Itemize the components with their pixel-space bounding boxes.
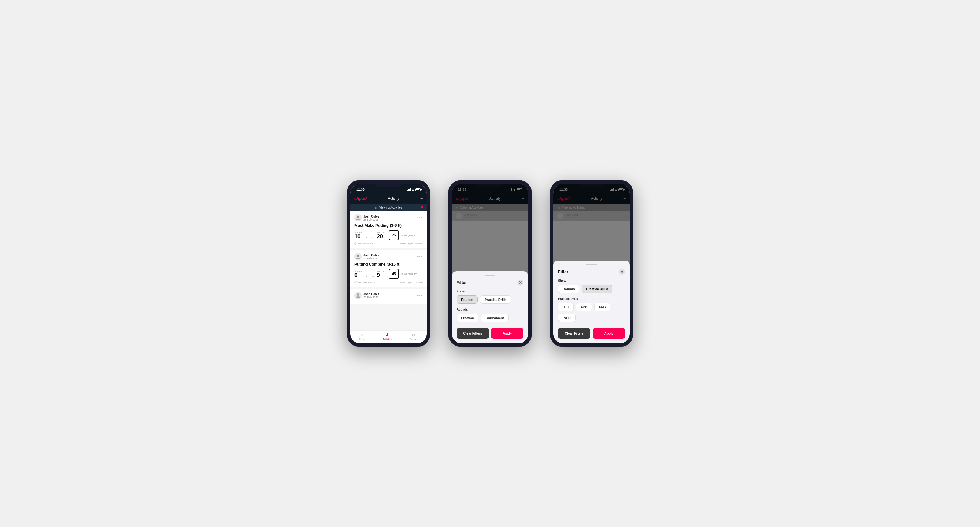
info-text-2: ⓘ Test Information <box>355 281 375 284</box>
data-source-1: Data: Clippd Capture <box>400 242 423 245</box>
stats-row-1: Score 10 OUT OF Shots 20 75 Shot Quality <box>355 230 423 240</box>
activities-label-1: Activities <box>383 338 392 340</box>
user-date-3: 28 Feb 2023 <box>363 296 379 299</box>
app-header-1: clippd Activity ≡ <box>350 193 427 204</box>
shots-value-1: 20 <box>377 234 384 239</box>
user-name-1: Josh Coles <box>363 215 379 218</box>
dots-menu-3[interactable]: ••• <box>417 293 423 298</box>
sheet-handle-2 <box>485 275 495 276</box>
activity-card-3: Josh Coles 28 Feb 2023 ••• <box>350 289 427 306</box>
avatar-2 <box>355 253 361 260</box>
activities-icon-1: ♟ <box>385 332 389 337</box>
shots-block-2: Shots 9 <box>377 270 384 278</box>
card-header-1: Josh Coles 28 Feb 2023 ••• <box>355 214 423 221</box>
practice-drills-btn-3[interactable]: Practice Drills <box>582 285 612 293</box>
avatar-3 <box>355 292 361 299</box>
phone-screen-3: 11:33 ▲ clippd Activity <box>553 184 630 343</box>
filter-actions-3: Clear Filters Apply <box>558 328 625 339</box>
phone-1: 11:33 ▲ clippd Activity <box>347 180 430 347</box>
user-info-3: Josh Coles 28 Feb 2023 <box>355 292 379 299</box>
data-source-2: Data: Clippd Capture <box>400 281 423 284</box>
activity-card-2: Josh Coles 28 Feb 2023 ••• Putting Combi… <box>350 250 427 289</box>
practice-section-3: Practice Drills OTT APP ARG PUTT <box>558 297 625 322</box>
card-footer-1: ⓘ Test Information Data: Clippd Capture <box>355 242 423 245</box>
rounds-btn-3[interactable]: Rounds <box>558 285 579 293</box>
sheet-header-2: Filter ✕ <box>457 279 523 286</box>
dots-menu-2[interactable]: ••• <box>417 254 423 259</box>
rounds-btn-2[interactable]: Rounds <box>457 295 478 304</box>
clear-filters-btn-3[interactable]: Clear Filters <box>558 328 590 339</box>
activity-title-2: Putting Combine (3-15 ft) <box>355 262 423 267</box>
home-label-1: Home <box>359 338 365 340</box>
user-info-2: Josh Coles 28 Feb 2023 <box>355 253 379 260</box>
status-icons-1: ▲ <box>407 188 421 191</box>
show-buttons-2: Rounds Practice Drills <box>457 295 523 304</box>
sq-label-1: Shot Quality <box>401 234 417 237</box>
nav-capture-1[interactable]: ⊕ Capture <box>409 332 418 340</box>
user-date-2: 28 Feb 2023 <box>363 257 379 260</box>
score-value-1: 10 <box>355 234 362 239</box>
app-btn-3[interactable]: APP <box>576 303 592 311</box>
shot-quality-badge-2: 45 <box>389 269 399 279</box>
card-header-2: Josh Coles 28 Feb 2023 ••• <box>355 253 423 260</box>
close-icon-3[interactable]: ✕ <box>619 269 625 275</box>
rounds-label-2: Rounds <box>457 308 523 311</box>
app-logo-1: clippd <box>355 196 367 201</box>
phone-notch-1 <box>375 180 402 187</box>
svg-point-2 <box>357 216 359 218</box>
stats-row-2: Score 0 OUT OF Shots 9 45 Shot Quality <box>355 269 423 279</box>
ott-btn-3[interactable]: OTT <box>558 303 574 311</box>
filter-sheet-3: Filter ✕ Show Rounds Practice Drills Pra… <box>553 260 630 343</box>
practice-round-btn-2[interactable]: Practice <box>457 314 478 322</box>
score-block-1: Score 10 <box>355 232 362 239</box>
tournament-btn-2[interactable]: Tournament <box>481 314 509 322</box>
bottom-nav-1: ⌂ Home ♟ Activities ⊕ Capture <box>350 330 427 343</box>
show-section-3: Show Rounds Practice Drills <box>558 279 625 293</box>
app-title-1: Activity <box>388 196 399 200</box>
info-text-1: ⓘ Test Information <box>355 242 375 245</box>
battery-icon-1 <box>415 188 421 191</box>
viewing-bar-1[interactable]: ⚙ Viewing Activities <box>350 204 427 211</box>
capture-icon-1: ⊕ <box>412 332 416 337</box>
practice-label-3: Practice Drills <box>558 297 625 300</box>
close-icon-2[interactable]: ✕ <box>517 279 523 286</box>
sq-label-block-1: Shot Quality <box>401 234 417 237</box>
putt-btn-3[interactable]: PUTT <box>558 314 576 322</box>
apply-btn-2[interactable]: Apply <box>491 328 523 339</box>
dots-menu-1[interactable]: ••• <box>417 216 423 220</box>
wifi-icon-1: ▲ <box>412 188 414 191</box>
filter-title-2: Filter <box>457 280 467 285</box>
arg-btn-3[interactable]: ARG <box>594 303 610 311</box>
score-block-2: Score 0 <box>355 270 362 278</box>
filter-icon-1: ⚙ <box>375 206 377 209</box>
filter-overlay-3: Filter ✕ Show Rounds Practice Drills Pra… <box>553 184 630 343</box>
filter-sheet-2: Filter ✕ Show Rounds Practice Drills Rou… <box>452 271 528 343</box>
svg-point-5 <box>357 255 359 257</box>
capture-label-1: Capture <box>409 338 418 340</box>
filter-overlay-2: Filter ✕ Show Rounds Practice Drills Rou… <box>452 184 528 343</box>
nav-home-1[interactable]: ⌂ Home <box>359 332 365 340</box>
apply-btn-3[interactable]: Apply <box>593 328 625 339</box>
signal-icon-1 <box>407 188 410 191</box>
clear-filters-btn-2[interactable]: Clear Filters <box>457 328 489 339</box>
show-section-2: Show Rounds Practice Drills <box>457 290 523 304</box>
practice-drills-btn-2[interactable]: Practice Drills <box>480 295 511 304</box>
activity-title-1: Must Make Putting (3-6 ft) <box>355 223 423 228</box>
sq-value-2: 45 <box>392 272 396 276</box>
viewing-bar-text-1: Viewing Activities <box>379 206 402 209</box>
sq-value-1: 75 <box>392 233 396 237</box>
rounds-buttons-2: Practice Tournament <box>457 314 523 322</box>
status-time-1: 11:33 <box>356 188 364 191</box>
phone-3: 11:33 ▲ clippd Activity <box>550 180 633 347</box>
notification-dot-1 <box>421 206 423 208</box>
shots-value-2: 9 <box>377 273 384 278</box>
avatar-1 <box>355 214 361 221</box>
home-icon-1: ⌂ <box>361 332 363 337</box>
user-details-2: Josh Coles 28 Feb 2023 <box>363 254 379 260</box>
card-footer-2: ⓘ Test Information Data: Clippd Capture <box>355 281 423 284</box>
shot-quality-badge-1: 75 <box>389 230 399 240</box>
menu-icon-1[interactable]: ≡ <box>420 196 423 200</box>
nav-activities-1[interactable]: ♟ Activities <box>383 332 392 340</box>
user-date-1: 28 Feb 2023 <box>363 218 379 221</box>
shots-block-1: Shots 20 <box>377 232 384 239</box>
